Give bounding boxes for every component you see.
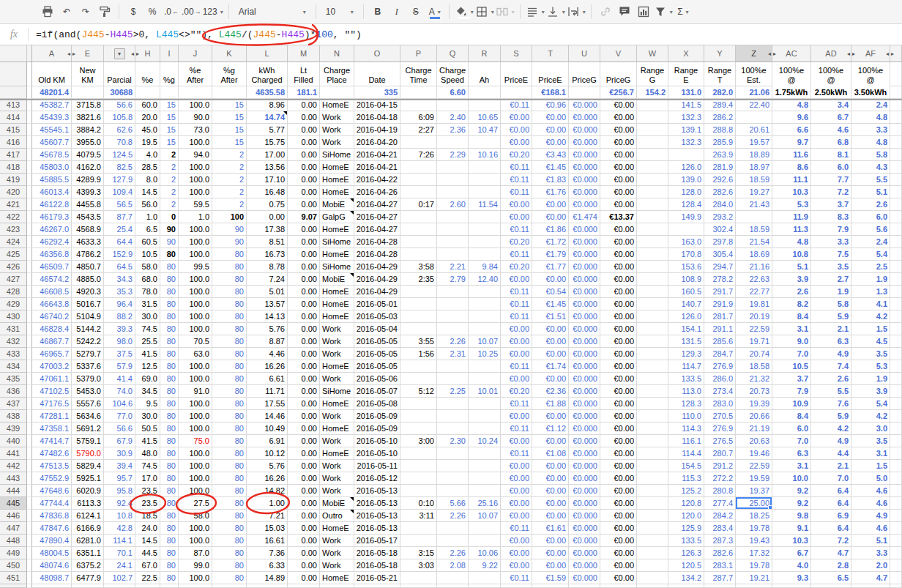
cell-F416[interactable]: 70.8: [104, 136, 135, 149]
cell-N417[interactable]: SiHome: [320, 149, 354, 161]
cell-X445[interactable]: 120.8: [668, 497, 704, 510]
cell-F428[interactable]: 35.3: [104, 286, 135, 298]
header-label-P[interactable]: Charge Time: [400, 62, 437, 86]
cell-I444[interactable]: 80: [160, 485, 179, 497]
cell-T414[interactable]: €0.00: [532, 111, 569, 124]
cell-J442[interactable]: 100.0: [179, 460, 212, 472]
cell-E425[interactable]: 4786.2: [72, 248, 104, 261]
cell-AF426[interactable]: 2.5: [851, 261, 890, 273]
column-header-A[interactable]: A◂: [32, 45, 72, 62]
cell-Q445[interactable]: 5.66: [437, 497, 469, 510]
cell-L413[interactable]: 8.96: [247, 99, 288, 111]
cell-H427[interactable]: 68.0: [135, 273, 160, 286]
cell-N422[interactable]: GalpG: [320, 211, 354, 223]
cell-V445[interactable]: €0.00: [600, 497, 637, 510]
cell-A428[interactable]: 46608.5: [32, 286, 72, 298]
cell-N418[interactable]: HomeE: [320, 161, 354, 174]
cell-U429[interactable]: €0.000: [569, 298, 600, 310]
cell-F443[interactable]: 95.7: [104, 472, 135, 485]
cell-W434[interactable]: [637, 360, 668, 373]
column-header-AF[interactable]: ▸AF◂: [851, 45, 890, 62]
cell-O450[interactable]: 2016-05-18: [354, 559, 400, 572]
cell-Z428[interactable]: 22.77: [736, 286, 772, 298]
row-header-450[interactable]: 450: [0, 559, 27, 572]
cell-V430[interactable]: €0.00: [600, 310, 637, 323]
cell-L421[interactable]: 0.75: [247, 198, 288, 211]
cell-L445[interactable]: 1.00: [247, 497, 288, 510]
cell-R416[interactable]: [469, 136, 501, 149]
cell-AF413[interactable]: 2.4: [851, 99, 890, 111]
cell-J436[interactable]: 91.0: [179, 385, 212, 398]
cell-M436[interactable]: 0.00: [288, 385, 320, 398]
cell-Q446[interactable]: 2.26: [437, 510, 469, 522]
cell-A440[interactable]: 47414.7: [32, 435, 72, 447]
cell-J437[interactable]: 100.0: [179, 398, 212, 410]
header-label-R[interactable]: Ah: [469, 62, 501, 86]
cell-S425[interactable]: €0.11: [501, 248, 532, 261]
cell-O431[interactable]: 2016-05-04: [354, 323, 400, 335]
cell-partial-446[interactable]: [890, 510, 902, 522]
cell-E427[interactable]: 4885.0: [72, 273, 104, 286]
cell-X443[interactable]: 115.3: [668, 472, 704, 485]
cell-M443[interactable]: 0.00: [288, 472, 320, 485]
cell-T422[interactable]: €0.00: [532, 211, 569, 223]
cell-P435[interactable]: [400, 373, 437, 385]
cell-W429[interactable]: [637, 298, 668, 310]
cell-Y415[interactable]: 288.8: [704, 124, 736, 136]
column-header-P[interactable]: P: [400, 45, 437, 62]
cell-S427[interactable]: €0.00: [501, 273, 532, 286]
cell-L422[interactable]: 0.00: [247, 211, 288, 223]
cell-N440[interactable]: Work: [320, 435, 354, 447]
cell-M430[interactable]: 0.00: [288, 310, 320, 323]
cell-U438[interactable]: €0.000: [569, 410, 600, 423]
cell-J438[interactable]: 100.0: [179, 410, 212, 423]
cell-E440[interactable]: 5759.1: [72, 435, 104, 447]
cell-X446[interactable]: 120.0: [668, 510, 704, 522]
cell-Q443[interactable]: [437, 472, 469, 485]
cell-AF416[interactable]: 4.8: [851, 136, 890, 149]
cell-K439[interactable]: 80: [212, 423, 247, 435]
cell-N435[interactable]: Work: [320, 373, 354, 385]
cell-O440[interactable]: 2016-05-10: [354, 435, 400, 447]
cell-AD418[interactable]: 6.0: [811, 161, 851, 174]
cell-M447[interactable]: 0.00: [288, 522, 320, 535]
cell-K420[interactable]: 2: [212, 186, 247, 198]
cell-N426[interactable]: SiHome: [320, 261, 354, 273]
cell-L441[interactable]: 10.12: [247, 447, 288, 460]
cell-A432[interactable]: 46867.7: [32, 335, 72, 348]
header-label-N[interactable]: Charge Place: [320, 62, 354, 86]
cell-T439[interactable]: €1.12: [532, 423, 569, 435]
cell-Z441[interactable]: 19.46: [736, 447, 772, 460]
cell-I445[interactable]: 80: [160, 497, 179, 510]
cell-AD441[interactable]: 4.4: [811, 447, 851, 460]
hidden-columns-right-icon[interactable]: ◂: [131, 51, 134, 57]
cell-K413[interactable]: 15: [212, 99, 247, 111]
cell-E428[interactable]: 4920.3: [72, 286, 104, 298]
cell-partial-436[interactable]: [890, 385, 902, 398]
cell-S431[interactable]: €0.00: [501, 323, 532, 335]
cell-Z431[interactable]: 22.59: [736, 323, 772, 335]
cell-Y451[interactable]: 287.7: [704, 572, 736, 584]
cell-Y419[interactable]: 292.6: [704, 174, 736, 186]
filter-icon[interactable]: ▾: [654, 3, 673, 21]
cell-H423[interactable]: 6.5: [135, 223, 160, 236]
cell-partial-434[interactable]: [890, 360, 902, 373]
cell-K448[interactable]: 80: [212, 535, 247, 547]
cell-A441[interactable]: 47482.6: [32, 447, 72, 460]
cell-AD426[interactable]: 3.5: [811, 261, 851, 273]
header-label-Y[interactable]: Range T: [704, 62, 736, 86]
cell-AC442[interactable]: 3.1: [772, 460, 811, 472]
cell-A413[interactable]: 45382.7: [32, 99, 72, 111]
cell-AF446[interactable]: 4.9: [851, 510, 890, 522]
cell-U426[interactable]: €0.000: [569, 261, 600, 273]
cell-W427[interactable]: [637, 273, 668, 286]
cell-X432[interactable]: 131.5: [668, 335, 704, 348]
cell-AD439[interactable]: 4.2: [811, 423, 851, 435]
cell-K449[interactable]: 80: [212, 547, 247, 559]
cell-I427[interactable]: 80: [160, 273, 179, 286]
cell-M420[interactable]: 0.00: [288, 186, 320, 198]
total-cell-W2[interactable]: 154.2: [637, 86, 668, 99]
total-cell-T2[interactable]: €168.1: [532, 86, 569, 99]
cell-Q433[interactable]: 2.31: [437, 348, 469, 360]
cell-Z438[interactable]: 20.66: [736, 410, 772, 423]
